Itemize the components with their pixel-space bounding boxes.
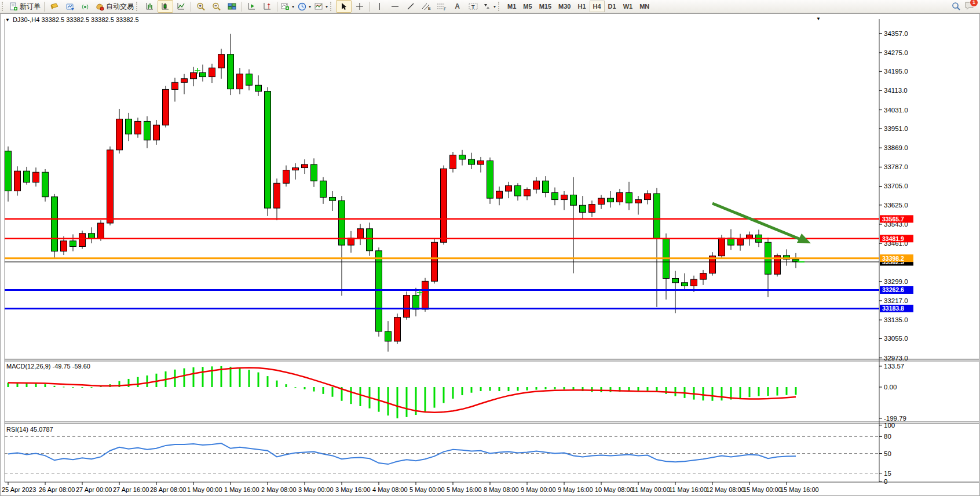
crosshair-icon <box>356 2 364 10</box>
zoom-out-icon <box>212 2 221 11</box>
signals-icon <box>81 2 90 11</box>
chart-shift-icon <box>263 2 272 10</box>
tf-m30-label: M30 <box>558 3 571 10</box>
toolbar-grip[interactable] <box>136 2 140 11</box>
text-label-button[interactable]: T <box>465 0 481 13</box>
label-t-letter: T <box>471 4 475 10</box>
tf-w1-button[interactable]: W1 <box>620 1 637 12</box>
tf-m5-button[interactable]: M5 <box>520 1 535 12</box>
auto-scroll-button[interactable] <box>244 0 259 13</box>
main-toolbar: 新订单 自动交易 ▾ ▾ <box>0 0 980 13</box>
fibo-letter: F <box>444 7 446 11</box>
crosshair-button[interactable] <box>352 0 367 13</box>
arrows-icon <box>482 2 491 10</box>
toolbar-grip[interactable] <box>330 2 334 11</box>
auto-trading-icon <box>95 2 104 11</box>
macd-label: MACD(12,26,9) -49.75 -59.60 <box>6 363 90 370</box>
tile-windows-button[interactable] <box>224 0 240 13</box>
tf-m15-button[interactable]: M15 <box>536 1 555 12</box>
clock-icon <box>298 2 306 11</box>
text-label-icon: T <box>469 2 478 10</box>
templates-button[interactable]: ▾ <box>313 0 330 13</box>
tf-h1-label: H1 <box>577 3 586 10</box>
tf-m5-label: M5 <box>523 3 532 10</box>
subwindow-collapse-icon[interactable]: ▼ <box>816 16 821 21</box>
tf-m1-button[interactable]: M1 <box>504 1 520 12</box>
chart-title: ▼ DJ30-,H4 33382.5 33382.5 33382.5 33382… <box>5 16 139 23</box>
zoom-in-icon <box>196 2 206 11</box>
tf-m1-label: M1 <box>507 3 516 10</box>
separator <box>191 2 191 12</box>
notification-badge: 1 <box>970 0 978 7</box>
auto-trading-button[interactable]: 自动交易 <box>93 0 136 13</box>
periods-button[interactable]: ▾ <box>296 0 313 13</box>
template-icon <box>315 2 323 10</box>
chevron-down-icon: ▾ <box>493 4 496 9</box>
tf-mn-label: MN <box>639 3 649 10</box>
share-chart-icon <box>65 2 75 11</box>
chart-title-text: DJ30-,H4 33382.5 33382.5 33382.5 33382.5 <box>13 16 139 23</box>
tf-h4-label: H4 <box>593 3 601 10</box>
cursor-icon <box>340 2 348 10</box>
trendline-button[interactable] <box>403 0 418 13</box>
cursor-button[interactable] <box>336 0 352 13</box>
new-order-label: 新订单 <box>20 2 41 12</box>
chart-shift-button[interactable] <box>259 0 275 13</box>
gold-button[interactable] <box>46 0 62 13</box>
new-order-button[interactable]: 新订单 <box>8 0 42 13</box>
zoom-in-button[interactable] <box>193 0 209 13</box>
horizontal-line-icon <box>391 2 399 10</box>
tf-m30-button[interactable]: M30 <box>555 1 574 12</box>
auto-scroll-icon <box>247 2 256 10</box>
chevron-down-icon: ▾ <box>326 4 328 9</box>
tf-w1-label: W1 <box>623 3 633 10</box>
indicators-icon <box>281 2 290 10</box>
chevron-down-icon: ▾ <box>292 4 294 9</box>
indicators-button[interactable]: ▾ <box>279 0 296 13</box>
candlestick-chart-button[interactable] <box>158 0 173 13</box>
channel-letter: E <box>428 6 431 10</box>
tf-d1-button[interactable]: D1 <box>605 1 620 12</box>
separator <box>277 2 277 12</box>
zoom-out-button[interactable] <box>209 0 224 13</box>
separator <box>242 2 242 12</box>
new-order-icon <box>9 2 18 11</box>
toolbar-grip[interactable] <box>2 2 6 11</box>
candlestick-chart-icon <box>161 2 170 10</box>
gold-bar-icon <box>50 2 59 10</box>
tile-windows-icon <box>228 2 236 10</box>
trendline-icon <box>407 2 415 10</box>
fibonacci-button[interactable]: F <box>434 0 449 13</box>
channel-icon: E <box>422 2 431 10</box>
fibonacci-icon: F <box>437 2 447 10</box>
separator <box>369 2 370 12</box>
chart-title-arrow-icon[interactable]: ▼ <box>5 17 10 23</box>
line-chart-icon <box>177 2 185 10</box>
vertical-line-icon <box>376 2 383 10</box>
chevron-down-icon: ▾ <box>309 4 311 9</box>
toolbar-grip[interactable] <box>498 2 502 11</box>
vertical-line-button[interactable] <box>371 0 387 13</box>
bar-chart-button[interactable] <box>142 0 158 13</box>
rsi-label: RSI(14) 45.0787 <box>6 426 53 433</box>
tf-h4-button[interactable]: H4 <box>590 1 605 12</box>
horizontal-line-button[interactable] <box>387 0 403 13</box>
chat-button[interactable]: 1 <box>964 1 974 12</box>
channel-button[interactable]: E <box>418 0 434 13</box>
text-a-label: A <box>455 2 460 10</box>
separator <box>44 2 45 12</box>
tf-m15-label: M15 <box>539 3 551 10</box>
bar-chart-icon <box>145 2 154 10</box>
chart-window[interactable]: ▼ DJ30-,H4 33382.5 33382.5 33382.5 33382… <box>0 13 980 496</box>
search-icon[interactable] <box>952 2 961 11</box>
text-button[interactable]: A <box>449 0 465 13</box>
auto-trading-label: 自动交易 <box>106 2 134 12</box>
line-chart-button[interactable] <box>173 0 189 13</box>
arrows-button[interactable]: ▾ <box>481 0 498 13</box>
tf-d1-label: D1 <box>608 3 616 10</box>
share-chart-button[interactable] <box>62 0 78 13</box>
tf-h1-button[interactable]: H1 <box>574 1 589 12</box>
tf-mn-button[interactable]: MN <box>636 1 653 12</box>
signals-button[interactable] <box>78 0 93 13</box>
